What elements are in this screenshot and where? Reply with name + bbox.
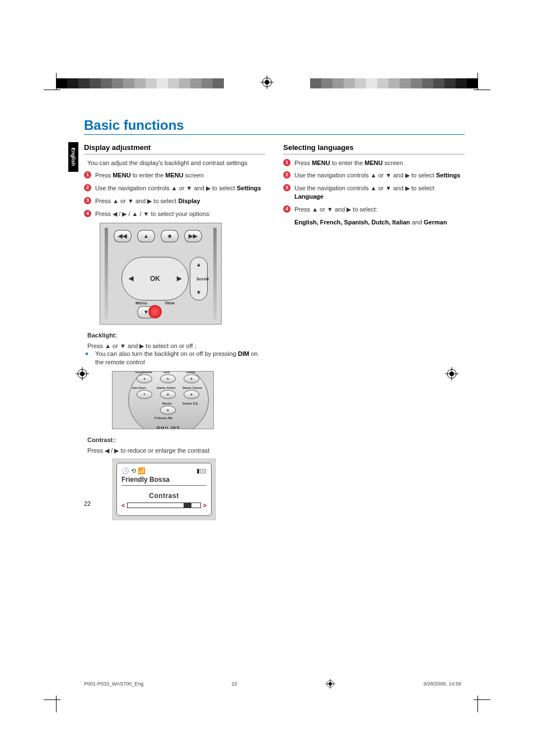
footer-date: 9/28/2005, 14:58 [423,681,461,687]
step-number-icon: 2 [283,171,291,179]
backlight-heading: Backlight: [84,331,265,340]
step-number-icon: 4 [283,205,291,213]
step-3: 3 Press ▲ or ▼ and ▶ to select Display [84,197,265,205]
color-reg-bar-right [310,78,478,88]
step-number-icon: 3 [84,197,91,204]
step-number-icon: 4 [84,210,91,217]
remote-control-illustration: RDS/News Dim Sleep 4 5 6 Incr.Surr. Same… [112,371,214,429]
backlight-line: Press ▲ or ▼ and ▶ to select on or off ; [84,342,265,350]
contrast-line: Press ◀ / ▶ to reduce or enlarge the con… [84,447,265,455]
lcd-contrast-label: Contrast [121,491,207,500]
left-arrow-icon: < [121,501,125,510]
navigation-pad-illustration: ◀◀ ▲ ■ ▶▶ OK ◀ ▶ Menu View ▲ ▼ [100,223,222,325]
step-4: 4 Press ◀ / ▶ / ▲ / ▼ to select your opt… [84,210,265,218]
manual-page: English Basic functions Display adjustme… [84,118,465,526]
print-footer: P001-P033_WAS700_Eng 22 9/28/2005, 14:58 [84,679,461,689]
step-number-icon: 3 [283,184,291,191]
signal-icon: ▮▯▯ [196,467,207,475]
backlight-bullet: You can also turn the backlight on or of… [84,350,265,367]
right-arrow-icon: > [203,501,207,510]
step-number-icon: 1 [84,171,91,179]
page-title: Basic functions [84,118,465,133]
display-intro: You can adjust the display's backlight a… [87,159,265,167]
registration-target-icon [325,679,335,689]
step-2: 2 Use the navigation controls ▲ or ▼ and… [283,171,465,180]
color-reg-bar-left [56,78,224,88]
registration-target-icon [260,76,274,89]
section-selecting-languages: Selecting languages [283,143,465,154]
footer-page: 22 [232,681,237,687]
step-number-icon: 1 [283,159,291,166]
language-list: English, French, Spanish, Dutch, Italian… [283,218,465,227]
step-4: 4 Press ▲ or ▼ and ▶ to select: [283,205,465,214]
cross-pad: OK ◀ ▶ Menu View [121,257,189,300]
registration-marks-top [0,78,534,101]
step-1: 1 Press MENU to enter the MENU screen [84,171,265,180]
contrast-slider: < > [121,501,207,510]
section-display-adjustment: Display adjustment [84,143,265,154]
doc-name: P001-P033_WAS700_Eng [84,681,143,687]
brand-logo: PHILIPS [129,425,208,429]
lcd-track-title: Friendly Bossa [121,475,207,486]
lcd-screen-illustration: 🕓 ⟲ 📶 ▮▯▯ Friendly Bossa Contrast < > [112,458,216,520]
step-3: 3 Use the navigation controls ▲ or ▼ and… [283,184,465,201]
column-right: Selecting languages 1 Press MENU to ente… [283,143,465,526]
stop-icon: ■ [161,230,179,242]
step-2: 2 Use the navigation controls ▲ or ▼ and… [84,184,265,192]
fast-forward-icon: ▶▶ [184,230,202,242]
step-1: 1 Press MENU to enter the MENU screen [283,159,465,167]
contrast-heading: Contrast:: [84,436,265,444]
up-arrow-icon: ▲ [137,230,155,242]
language-tab: English [68,142,78,172]
clock-icon: 🕓 ⟲ 📶 [121,467,146,475]
step-number-icon: 2 [84,184,91,191]
record-button-icon [148,305,162,318]
column-left: Display adjustment You can adjust the di… [84,143,265,526]
rewind-icon: ◀◀ [114,230,132,242]
page-number: 22 [84,500,91,507]
